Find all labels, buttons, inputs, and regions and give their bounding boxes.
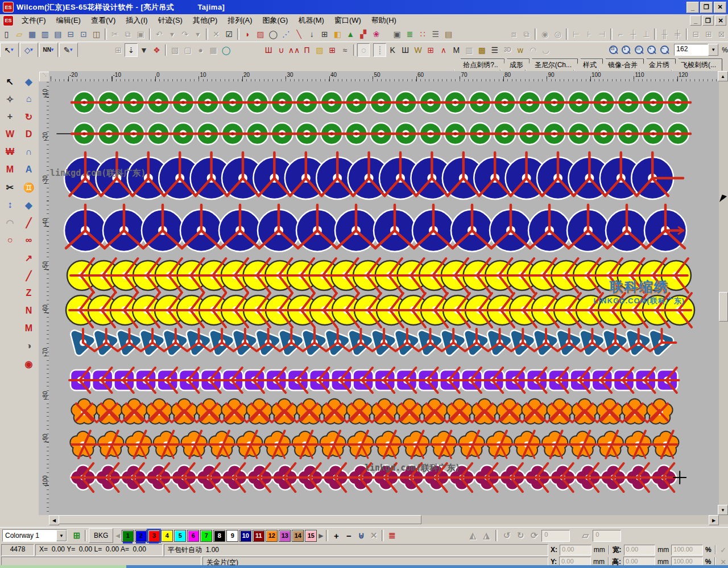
penetration-tool-icon[interactable]: ↓ [305,27,318,41]
stitch-list-tool-icon[interactable]: NN▼ [39,43,58,57]
hatch-lines-icon[interactable]: ☰ [429,27,442,41]
manual-stitch-tool-icon[interactable]: N [21,304,37,318]
menu-查看V[interactable]: 查看(V) [86,14,121,27]
thread-colors-icon[interactable]: ≣ [403,27,416,41]
colorway-select[interactable]: Colorway 1 ▼ [2,529,67,542]
menu-图象G[interactable]: 图象(G) [258,14,293,27]
satin-tool-icon[interactable]: ◗ [241,27,254,41]
menu-编辑E[interactable]: 编辑(E) [51,14,86,27]
horizontal-scroll-thumb[interactable] [59,515,421,524]
zoom-rect-icon[interactable]: ▭ [632,43,645,57]
film-strip-icon[interactable]: ▞ [357,27,370,41]
zigzag-stitch-icon[interactable]: ∧∧ [288,43,301,57]
apply-button[interactable]: ✓ [719,546,728,554]
rotate-tool-icon[interactable]: ↻ [21,110,37,124]
skew-angle-input[interactable]: 0 [593,530,621,542]
measure-tool-icon[interactable]: ╲ [292,27,305,41]
mirror-merge-tool-icon[interactable]: D [21,127,37,141]
curved-fill-icon[interactable]: K [386,43,399,57]
color-chip-15[interactable]: 15 [305,530,317,542]
scroll-right-arrow[interactable]: ▶ [709,515,719,525]
thread-chart-icon[interactable]: ≣ [386,529,398,542]
hatch-tool-icon[interactable]: ▨ [254,27,267,41]
design-canvas[interactable]: linkgd.com(联科广东) linkgd.com(联科广东) 联科缩绣 L… [49,81,719,515]
vertical-scroll-thumb[interactable] [719,292,728,322]
overview-window-icon[interactable]: ◧ [331,27,344,41]
stitch-types-list-icon[interactable]: ☰ [489,43,501,57]
motif-fill-icon[interactable]: ▩ [475,43,488,57]
vertical-scrollbar[interactable]: ▲ ▼ [719,71,728,524]
motif-run-icon[interactable]: ┊ [373,43,386,57]
reshape-object-tool-icon[interactable]: ◆ [21,75,37,88]
background-color-button[interactable]: BKG [89,528,113,543]
color-chip-2[interactable]: 2 [135,530,147,542]
zoom-box-icon[interactable]: ⊡ [607,43,619,57]
palette-icon[interactable]: ⊞ [71,529,83,542]
outline-tool-icon[interactable]: ◯ [267,27,280,41]
doc-close-button[interactable]: ✕ [715,15,726,26]
color-chip-13[interactable]: 13 [279,530,291,542]
garment-tool-icon[interactable]: ∩ [21,145,37,159]
reshape-tool-icon[interactable]: ◇▼ [20,43,39,57]
write-to-machine-icon[interactable]: ▤ [52,27,65,41]
zigzag-run-tool-icon[interactable]: Z [21,286,37,300]
zoom-out-icon[interactable]: − [658,43,671,57]
new-icon[interactable]: ▯ [0,27,13,41]
width-percent-input[interactable]: 100.00 [671,545,703,555]
tab-飞梭刺绣[interactable]: 飞梭刺绣(... [671,59,722,71]
grid-fill-icon[interactable]: ⊞ [424,43,437,57]
cut-stitch-tool-icon[interactable]: ✂ [2,180,18,194]
tab-圣尼尔Ch[interactable]: 圣尼尔(Ch... [525,59,578,71]
options-check-icon[interactable]: ☑ [222,27,235,41]
jagged-edge-icon[interactable]: M [450,43,462,57]
tab-镜像合并[interactable]: 镜像-合并 [598,59,644,71]
chips-scroll-left-icon[interactable]: ◂ [114,529,121,542]
wave-fill-icon[interactable]: ≈ [339,43,351,57]
color-chip-1[interactable]: 1 [122,530,134,542]
run-stitch-tool-icon[interactable]: ╱ [21,216,37,229]
tab-拾点刺绣[interactable]: 拾点刺绣?.. [453,59,504,71]
doc-minimize-button[interactable]: _ [690,15,701,26]
color-chip-3[interactable]: 3 [148,530,160,542]
color-chip-6[interactable]: 6 [187,530,199,542]
reshape-node-tool-icon[interactable]: ◆ [21,198,37,212]
radial-fill-icon[interactable]: W [412,43,424,57]
satin-stitch-icon[interactable]: Ш [262,43,275,57]
chips-scroll-right-icon[interactable]: ▸ [317,529,324,542]
texture-fill-icon[interactable]: w [514,43,527,57]
width-input[interactable]: 0.00 [624,545,656,555]
mirror-people-tool-icon[interactable]: ♊ [21,180,37,194]
save-icon[interactable]: ▦ [26,27,39,41]
print-preview-icon[interactable]: ⊡ [77,27,90,41]
bitmap-view-icon[interactable]: ▣ [391,27,404,41]
horizontal-scrollbar[interactable]: ◀ ▶ [49,515,719,524]
color-chip-12[interactable]: 12 [266,530,278,542]
single-run-tool-icon[interactable]: ╱ [21,269,37,282]
zoom-in-icon[interactable]: + [645,43,657,57]
sequin-run-tool-icon[interactable]: ∞ [21,233,37,247]
menu-插入I[interactable]: 插入(I) [121,14,152,27]
zoom-1to1-icon[interactable]: 1 [619,43,632,57]
stitch-select-tool-icon[interactable]: W [2,127,18,141]
ring-tool-icon[interactable]: ◯ [220,43,232,57]
color-chip-8[interactable]: 8 [213,530,225,542]
needle-point-icon[interactable]: ▼ [138,43,150,57]
orange-flower-row-2[interactable] [71,431,679,458]
triple-run-tool-icon[interactable]: ↗ [21,251,37,265]
lettering-tool-icon[interactable]: A [21,163,37,176]
menu-帮助H[interactable]: 帮助(H) [366,14,402,27]
feather-edge-icon[interactable]: ∧ [437,43,450,57]
polygon-select-tool-icon[interactable]: ✧ [2,92,18,106]
needle-entry-icon[interactable]: ⇣ [125,43,137,57]
green-sequin-row-2[interactable] [57,123,690,145]
restore-button[interactable]: ❐ [700,2,713,13]
open-icon[interactable]: ▱ [13,27,26,41]
x-input[interactable]: 0.00 [560,545,592,555]
menu-其他P[interactable]: 其他(P) [188,14,222,27]
color-chip-7[interactable]: 7 [200,530,212,542]
color-chip-5[interactable]: 5 [174,530,186,542]
stitch-remove-tool-icon[interactable]: M [2,163,18,176]
ruler-origin-button[interactable]: ⋱ [39,72,49,82]
dotted-outline-tool-icon[interactable]: ⋰ [280,27,293,41]
color-chip-11[interactable]: 11 [253,530,264,542]
